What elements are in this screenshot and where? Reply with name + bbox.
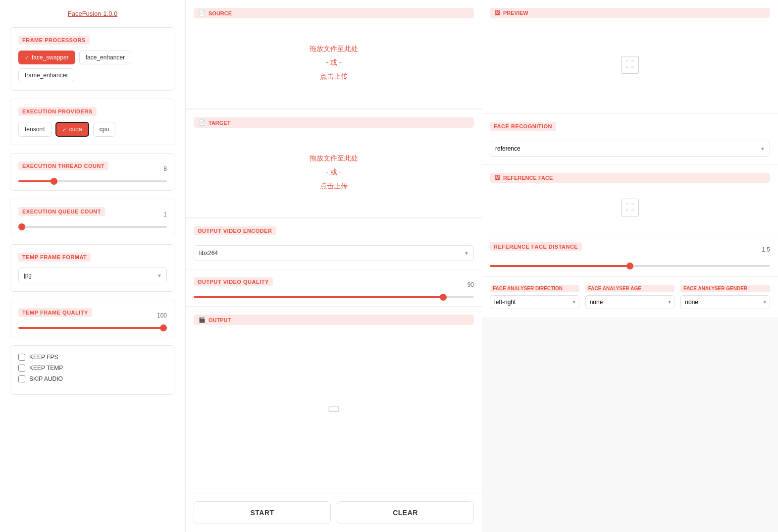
right-panel: 🖼 PREVIEW ⛶ FACE RECOGNITION reference m… [482,0,778,532]
frame-processors-label: FRAME PROCESSORS [18,36,90,45]
execution-providers-group: tensorrt ✓ cuda cpu [18,122,167,137]
analyser-direction-wrapper: left-right right-left top-bottom bottom-… [490,295,579,309]
preview-tag: 🖼 PREVIEW [490,8,770,18]
face-recognition-section: FACE RECOGNITION reference many ▼ [482,114,778,165]
encoder-select-wrapper: libx264 libx265 libvpx-vp9 h264_nvenc he… [194,245,474,261]
analyser-gender-item: FACE ANALYSER GENDER none male female ▼ [680,285,770,309]
source-tag: 📄 SOURCE [194,8,474,18]
face-distance-header: REFERENCE FACE DISTANCE 1.5 [490,242,770,257]
analyser-gender-select[interactable]: none male female [680,295,770,309]
analyser-direction-label: FACE ANALYSER DIRECTION [490,285,579,292]
target-upload-area[interactable]: 拖放文件至此处 - 或 - 点击上传 [194,134,474,210]
check-icon-cuda: ✓ [62,127,66,132]
file-icon: 📄 [199,10,206,16]
thread-count-slider[interactable] [18,180,167,182]
temp-frame-quality-slider[interactable] [18,327,167,329]
start-button[interactable]: START [194,501,331,524]
reference-face-placeholder: ⛶ [621,199,639,216]
skip-audio-input[interactable] [18,375,25,382]
analyser-direction-select[interactable]: left-right right-left top-bottom bottom-… [490,295,579,309]
analyser-age-wrapper: none child teen adult senior ▼ [585,295,675,309]
execution-providers-label: EXECUTION PROVIDERS [18,107,97,116]
target-section[interactable]: 📄 TARGET 拖放文件至此处 - 或 - 点击上传 [186,109,482,218]
execution-queue-count-card: EXECUTION QUEUE COUNT 1 [10,199,175,236]
analyser-age-select[interactable]: none child teen adult senior [585,295,675,309]
fp-face-swapper[interactable]: ✓ face_swapper [18,51,75,64]
video-placeholder-icon: ▭ [327,400,340,416]
temp-frame-format-select[interactable]: jpg png bmp [18,267,167,283]
analyser-section: FACE ANALYSER DIRECTION left-right right… [482,277,778,317]
output-area: ▭ [194,331,474,485]
encoder-label: OUTPUT VIDEO ENCODER [194,226,276,235]
face-distance-section: REFERENCE FACE DISTANCE 1.5 [482,234,778,277]
preview-placeholder-icon: ⛶ [621,56,639,74]
keep-temp-checkbox[interactable]: KEEP TEMP [18,365,167,372]
source-section[interactable]: 📄 SOURCE 拖放文件至此处 - 或 - 点击上传 [186,0,482,109]
analyser-age-item: FACE ANALYSER AGE none child teen adult … [585,285,675,309]
face-distance-value: 1.5 [750,246,770,253]
ep-cuda[interactable]: ✓ cuda [55,122,89,137]
fp-frame-enhancer[interactable]: frame_enhancer [18,68,74,82]
analyser-grid: FACE ANALYSER DIRECTION left-right right… [490,285,770,309]
skip-audio-checkbox[interactable]: SKIP AUDIO [18,375,167,382]
face-recognition-wrapper: reference many ▼ [490,141,770,157]
analyser-gender-wrapper: none male female ▼ [680,295,770,309]
face-distance-slider[interactable] [490,265,770,267]
queue-count-value: 1 [147,211,167,218]
preview-icon: 🖼 [495,10,500,16]
ep-tensorrt[interactable]: tensorrt [18,122,52,137]
encoder-select[interactable]: libx264 libx265 libvpx-vp9 h264_nvenc he… [194,245,474,261]
temp-frame-format-card: TEMP FRAME FORMAT jpg png bmp ▼ [10,244,175,292]
face-recognition-label: FACE RECOGNITION [490,122,556,131]
queue-count-label: EXECUTION QUEUE COUNT [18,207,105,216]
temp-frame-format-label: TEMP FRAME FORMAT [18,253,91,262]
target-tag: 📄 TARGET [194,117,474,128]
analyser-direction-item: FACE ANALYSER DIRECTION left-right right… [490,285,579,309]
output-section: 🎬 OUTPUT ▭ [186,307,482,493]
check-icon: ✓ [25,55,29,60]
queue-count-slider-row [18,226,167,228]
app-container: FaceFusion 1.0.0 FRAME PROCESSORS ✓ face… [0,0,778,532]
thread-count-slider-row [18,180,167,182]
ep-cpu[interactable]: cpu [93,122,115,137]
queue-count-slider[interactable] [18,226,167,228]
frame-processors-card: FRAME PROCESSORS ✓ face_swapper face_enh… [10,27,175,91]
output-quality-slider-row [194,296,474,298]
app-title[interactable]: FaceFusion 1.0.0 [10,10,175,17]
source-upload-area[interactable]: 拖放文件至此处 - 或 - 点击上传 [194,24,474,101]
quality-section: OUTPUT VIDEO QUALITY 90 [186,269,482,307]
face-recognition-select[interactable]: reference many [490,141,770,157]
thread-count-value: 8 [147,165,167,172]
middle-panel: 📄 SOURCE 拖放文件至此处 - 或 - 点击上传 📄 TARGET 拖放文… [186,0,482,532]
video-tag-icon: 🎬 [199,317,206,323]
preview-area: ⛶ [490,24,770,106]
keep-fps-input[interactable] [18,354,25,361]
left-panel: FaceFusion 1.0.0 FRAME PROCESSORS ✓ face… [0,0,186,532]
temp-frame-quality-value: 100 [147,312,167,319]
encoder-section: OUTPUT VIDEO ENCODER libx264 libx265 lib… [186,218,482,269]
execution-providers-card: EXECUTION PROVIDERS tensorrt ✓ cuda cpu [10,99,175,145]
quality-slider-row [18,327,167,329]
clear-button[interactable]: CLEAR [337,501,474,524]
temp-frame-format-wrapper: jpg png bmp ▼ [18,267,167,283]
reference-face-icon: 🖼 [495,175,500,181]
output-quality-slider[interactable] [194,296,474,298]
reference-face-section: 🖼 REFERENCE FACE ⛶ [482,165,778,234]
face-distance-label: REFERENCE FACE DISTANCE [490,242,582,251]
output-quality-value: 90 [454,281,474,288]
bottom-buttons: START CLEAR [186,493,482,532]
fp-face-enhancer[interactable]: face_enhancer [79,51,131,64]
thread-count-label: EXECUTION THREAD COUNT [18,161,108,170]
temp-frame-quality-label: TEMP FRAME QUALITY [18,308,92,317]
target-file-icon: 📄 [199,119,206,126]
frame-processors-group: ✓ face_swapper face_enhancer frame_enhan… [18,51,167,82]
analyser-gender-label: FACE ANALYSER GENDER [680,285,770,292]
reference-face-tag: 🖼 REFERENCE FACE [490,173,770,183]
options-card: KEEP FPS KEEP TEMP SKIP AUDIO [10,345,175,395]
keep-temp-input[interactable] [18,365,25,372]
analyser-age-label: FACE ANALYSER AGE [585,285,675,292]
output-tag: 🎬 OUTPUT [194,315,474,325]
execution-thread-count-card: EXECUTION THREAD COUNT 8 [10,153,175,191]
keep-fps-checkbox[interactable]: KEEP FPS [18,354,167,361]
output-quality-label: OUTPUT VIDEO QUALITY [194,277,273,286]
